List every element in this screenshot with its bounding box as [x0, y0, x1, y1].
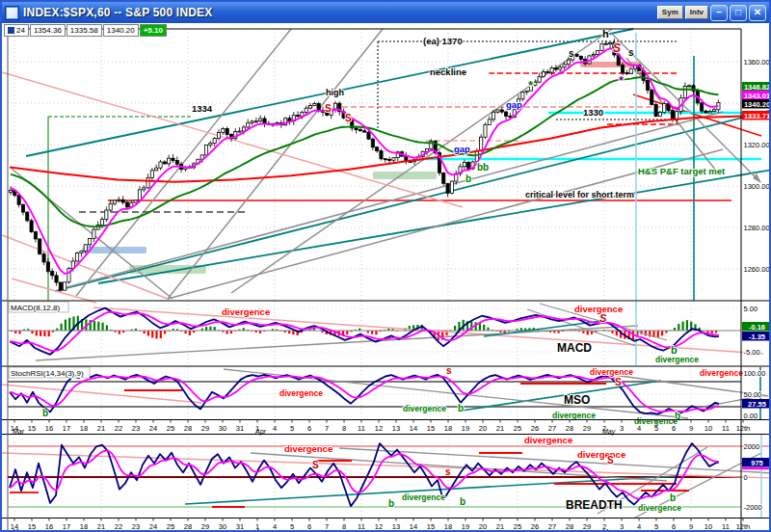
svg-text:b: b: [388, 498, 394, 509]
svg-text:b: b: [460, 496, 465, 507]
svg-text:16: 16: [45, 424, 53, 433]
svg-text:May: May: [602, 528, 616, 532]
svg-text:20: 20: [479, 522, 487, 531]
svg-text:*: *: [619, 73, 625, 88]
svg-text:8: 8: [342, 424, 346, 433]
svg-text:31: 31: [236, 522, 244, 531]
svg-text:24: 24: [149, 522, 157, 531]
quote-value: 1354.36: [30, 24, 66, 37]
svg-text:11: 11: [358, 522, 365, 531]
svg-text:1360.00: 1360.00: [744, 58, 770, 66]
svg-text:15: 15: [28, 522, 36, 531]
svg-text:S: S: [599, 312, 607, 324]
svg-text:50.00: 50.00: [744, 390, 762, 399]
svg-text:StochRSI(14,34(3),9): StochRSI(14,34(3),9): [11, 369, 84, 378]
svg-text:29: 29: [583, 522, 591, 531]
svg-text:4: 4: [637, 522, 641, 531]
svg-text:BREADTH: BREADTH: [566, 498, 623, 512]
svg-text:6: 6: [672, 424, 676, 433]
svg-text:10: 10: [705, 522, 712, 531]
svg-text:15: 15: [427, 424, 435, 433]
svg-text:11: 11: [358, 424, 365, 433]
svg-text:18: 18: [444, 522, 452, 531]
svg-text:27.55: 27.55: [748, 400, 766, 409]
svg-text:1320.00: 1320.00: [744, 141, 770, 149]
svg-text:100.00: 100.00: [744, 369, 766, 378]
svg-text:28: 28: [184, 522, 192, 531]
svg-text:14: 14: [410, 522, 417, 531]
svg-text:5.00: 5.00: [744, 305, 758, 313]
svg-text:18: 18: [444, 424, 452, 433]
svg-text:25: 25: [514, 522, 521, 531]
svg-text:divergence: divergence: [590, 367, 633, 377]
svg-text:11: 11: [722, 424, 730, 433]
svg-text:divergence: divergence: [638, 503, 681, 513]
intv-button[interactable]: Intv: [685, 6, 708, 19]
svg-text:28: 28: [566, 424, 573, 433]
bar-icon: [8, 27, 14, 34]
svg-text:0.00: 0.00: [744, 412, 758, 420]
svg-text:15: 15: [28, 424, 36, 433]
macd-panel: divergencedivergenceSMACDbdivergence: [8, 302, 763, 365]
svg-text:divergence: divergence: [403, 404, 446, 413]
svg-text:15: 15: [427, 522, 435, 531]
minimize-button[interactable]: –: [710, 5, 728, 21]
svg-text:1346.82: 1346.82: [744, 83, 770, 92]
svg-text:S: S: [312, 460, 319, 470]
svg-text:bb: bb: [477, 162, 489, 173]
svg-text:MSO: MSO: [564, 393, 590, 407]
svg-text:19: 19: [462, 522, 469, 531]
svg-text:21: 21: [496, 522, 504, 531]
y-axis: 1360.001320.001300.001280.001260.001346.…: [742, 58, 771, 512]
svg-text:9: 9: [689, 424, 693, 433]
svg-text:30: 30: [219, 522, 226, 531]
maximize-button[interactable]: □: [730, 5, 747, 21]
title-bar[interactable]: INDEX:$SPX,60 -- S&P 500 INDEX Sym Intv …: [2, 2, 769, 23]
svg-text:divergence: divergence: [222, 306, 270, 317]
svg-text:1280.00: 1280.00: [744, 224, 770, 232]
svg-text:5: 5: [654, 522, 658, 531]
svg-text:gap: gap: [506, 99, 522, 110]
svg-text:s: s: [446, 365, 452, 376]
svg-text:1260.00: 1260.00: [744, 265, 770, 274]
svg-text:1333.71: 1333.71: [744, 112, 770, 120]
svg-text:31: 31: [236, 424, 244, 433]
close-button[interactable]: ✕: [749, 5, 766, 21]
svg-text:0: 0: [744, 473, 748, 482]
svg-text:27: 27: [548, 424, 556, 433]
svg-text:divergence: divergence: [524, 435, 572, 445]
svg-text:high: high: [326, 88, 344, 97]
breadth-panel: divergenceSdivergencedivergenceSsdiverge…: [2, 435, 771, 519]
svg-text:b: b: [42, 408, 48, 418]
svg-text:2000: 2000: [744, 442, 760, 451]
svg-text:Apr: Apr: [254, 528, 267, 532]
quote-strip: 241354.361335.581340.20+5.10: [4, 24, 167, 37]
svg-text:22: 22: [115, 424, 122, 433]
svg-text:29: 29: [201, 424, 209, 433]
svg-text:s: s: [628, 47, 634, 58]
sym-button[interactable]: Sym: [657, 6, 683, 19]
svg-text:21: 21: [97, 424, 105, 433]
svg-text:25: 25: [167, 522, 174, 531]
svg-text:7: 7: [325, 522, 329, 531]
svg-text:divergence: divergence: [700, 368, 743, 378]
app-icon: [5, 6, 19, 20]
svg-text:b: b: [670, 492, 676, 503]
svg-text:12th: 12th: [736, 522, 751, 531]
svg-text:29: 29: [583, 424, 591, 433]
svg-text:S: S: [613, 41, 621, 55]
change-badge: +5.10: [140, 24, 167, 37]
svg-text:6: 6: [672, 522, 676, 531]
svg-text:s: s: [445, 466, 451, 477]
svg-text:h: h: [602, 28, 609, 40]
svg-text:divergence: divergence: [552, 411, 596, 420]
mso-panel: sdivergencedivergenceSdivergencedivergen…: [2, 365, 771, 426]
svg-text:-0.16: -0.16: [749, 323, 765, 332]
svg-text:30: 30: [219, 424, 226, 433]
svg-text:11: 11: [722, 522, 730, 531]
svg-text:S: S: [345, 113, 352, 123]
svg-text:*: *: [528, 78, 534, 93]
svg-text:18: 18: [80, 424, 88, 433]
svg-text:28: 28: [566, 522, 573, 531]
svg-text:24: 24: [149, 424, 157, 433]
